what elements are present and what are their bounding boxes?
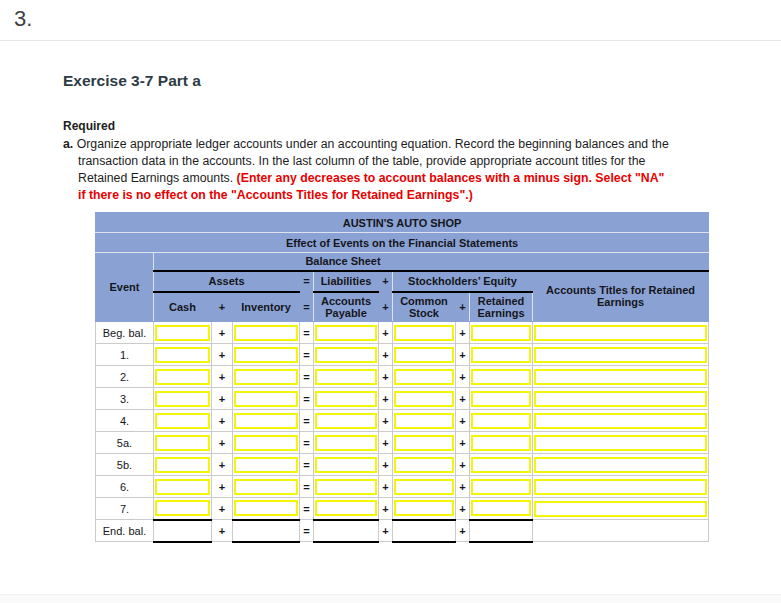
equals-operator: = bbox=[300, 366, 314, 388]
cash-input[interactable] bbox=[155, 479, 210, 495]
equals-operator: = bbox=[300, 432, 314, 454]
inventory-cell bbox=[233, 388, 300, 410]
cash-input[interactable] bbox=[155, 347, 210, 363]
plus-operator: + bbox=[456, 432, 470, 454]
accounts-payable-input[interactable] bbox=[315, 500, 377, 516]
inventory-input[interactable] bbox=[234, 325, 298, 341]
equals-operator: = bbox=[300, 271, 314, 292]
common-stock-input[interactable] bbox=[394, 369, 454, 385]
retained-earnings-input[interactable] bbox=[471, 347, 531, 363]
accounts-titles-input[interactable] bbox=[534, 369, 707, 385]
required-instructions: a. Organize appropriate ledger accounts … bbox=[63, 136, 671, 204]
accounts-titles-input[interactable] bbox=[534, 457, 707, 473]
common-stock-input[interactable] bbox=[394, 457, 454, 473]
cash-cell bbox=[154, 388, 212, 410]
cash-cell bbox=[154, 344, 212, 366]
accounts-payable-input[interactable] bbox=[315, 391, 377, 407]
group-header-row: Assets = Liabilities + Stockholders’ Equ… bbox=[96, 271, 709, 292]
retained-earnings-input[interactable] bbox=[471, 391, 531, 407]
table-row: 6. + = + + bbox=[96, 476, 709, 498]
accounts-titles-cell bbox=[533, 366, 709, 388]
row-label: 4. bbox=[96, 410, 154, 432]
table-subtitle-row: Effect of Events on the Financial Statem… bbox=[96, 233, 709, 253]
accounts-payable-input[interactable] bbox=[315, 435, 377, 451]
accounts-payable-input[interactable] bbox=[315, 479, 377, 495]
inventory-input[interactable] bbox=[234, 413, 298, 429]
inventory-input[interactable] bbox=[234, 479, 298, 495]
cash-input[interactable] bbox=[155, 325, 210, 341]
inventory-input[interactable] bbox=[234, 391, 298, 407]
common-stock-input[interactable] bbox=[394, 347, 454, 363]
inventory-input[interactable] bbox=[234, 369, 298, 385]
accounts-payable-input[interactable] bbox=[315, 369, 377, 385]
plus-operator: + bbox=[212, 432, 233, 454]
common-stock-input[interactable] bbox=[394, 500, 454, 516]
bottom-strip bbox=[0, 594, 781, 603]
common-stock-cell bbox=[393, 410, 456, 432]
plus-operator: + bbox=[379, 271, 393, 292]
inventory-input[interactable] bbox=[234, 347, 298, 363]
accounts-titles-cell bbox=[533, 520, 709, 542]
row-label: End. bal. bbox=[96, 520, 154, 542]
retained-earnings-input[interactable] bbox=[471, 325, 531, 341]
cash-input[interactable] bbox=[155, 457, 210, 473]
retained-earnings-input[interactable] bbox=[471, 500, 531, 516]
retained-earnings-input[interactable] bbox=[471, 369, 531, 385]
retained-earnings-input[interactable] bbox=[471, 435, 531, 451]
equity-group-header: Stockholders’ Equity bbox=[393, 271, 533, 292]
cash-input[interactable] bbox=[155, 500, 210, 516]
accounts-payable-input[interactable] bbox=[315, 347, 377, 363]
plus-operator: + bbox=[379, 366, 393, 388]
accounts-titles-input[interactable] bbox=[534, 501, 707, 517]
plus-operator: + bbox=[456, 410, 470, 432]
accounts-titles-cell bbox=[533, 388, 709, 410]
common-stock-input[interactable] bbox=[394, 391, 454, 407]
retained-earnings-input[interactable] bbox=[471, 479, 531, 495]
accounts-titles-cell bbox=[533, 454, 709, 476]
equals-operator: = bbox=[300, 498, 314, 520]
accounts-payable-input[interactable] bbox=[315, 457, 377, 473]
inventory-input[interactable] bbox=[234, 435, 298, 451]
accounts-payable-input[interactable] bbox=[315, 325, 377, 341]
row-label: 5b. bbox=[96, 454, 154, 476]
top-divider bbox=[0, 40, 781, 41]
retained-earnings-cell bbox=[470, 498, 533, 520]
accounts-payable-input[interactable] bbox=[315, 413, 377, 429]
plus-operator: + bbox=[456, 388, 470, 410]
common-stock-cell bbox=[393, 476, 456, 498]
cash-input[interactable] bbox=[155, 413, 210, 429]
cash-input[interactable] bbox=[155, 435, 210, 451]
retained-earnings-cell bbox=[470, 366, 533, 388]
accounts-titles-input[interactable] bbox=[534, 479, 707, 495]
accounts-payable-cell bbox=[314, 322, 379, 344]
table-title-row: AUSTIN'S AUTO SHOP bbox=[96, 213, 709, 233]
equals-operator: = bbox=[300, 292, 314, 322]
retained-earnings-input[interactable] bbox=[471, 413, 531, 429]
assets-group-header: Assets bbox=[154, 271, 300, 292]
common-stock-cell bbox=[393, 366, 456, 388]
accounts-titles-input[interactable] bbox=[534, 325, 707, 341]
accounts-titles-input[interactable] bbox=[534, 391, 707, 407]
accounts-titles-input[interactable] bbox=[534, 435, 707, 451]
retained-earnings-column-header: Retained Earnings bbox=[470, 292, 533, 322]
accounts-payable-cell bbox=[314, 454, 379, 476]
accounts-titles-input[interactable] bbox=[534, 347, 707, 363]
retained-earnings-input[interactable] bbox=[471, 457, 531, 473]
table-row: 5b. + = + + bbox=[96, 454, 709, 476]
table-subtitle: Effect of Events on the Financial Statem… bbox=[96, 233, 709, 253]
liabilities-group-header: Liabilities bbox=[314, 271, 379, 292]
cash-input[interactable] bbox=[155, 391, 210, 407]
cash-cell bbox=[154, 498, 212, 520]
plus-operator: + bbox=[212, 366, 233, 388]
common-stock-input[interactable] bbox=[394, 435, 454, 451]
plus-operator: + bbox=[456, 520, 470, 542]
cash-input[interactable] bbox=[155, 369, 210, 385]
inventory-input[interactable] bbox=[234, 500, 298, 516]
common-stock-input[interactable] bbox=[394, 325, 454, 341]
row-label: Beg. bal. bbox=[96, 322, 154, 344]
common-stock-input[interactable] bbox=[394, 413, 454, 429]
common-stock-input[interactable] bbox=[394, 479, 454, 495]
accounts-titles-input[interactable] bbox=[534, 413, 707, 429]
equals-operator: = bbox=[300, 344, 314, 366]
inventory-input[interactable] bbox=[234, 457, 298, 473]
